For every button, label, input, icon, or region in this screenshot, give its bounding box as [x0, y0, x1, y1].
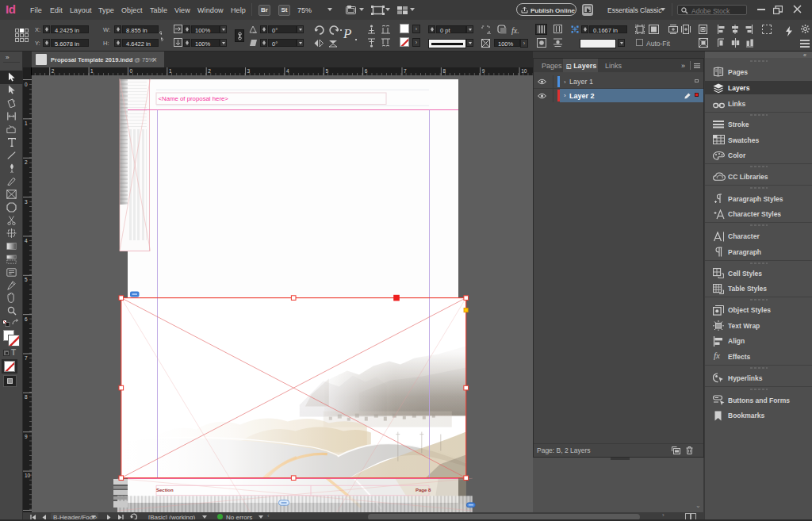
svg-text:Page 8: Page 8 — [416, 488, 431, 492]
svg-text:Section: Section — [156, 488, 174, 492]
svg-text:<Name of proposal here>: <Name of proposal here> — [159, 95, 229, 102]
